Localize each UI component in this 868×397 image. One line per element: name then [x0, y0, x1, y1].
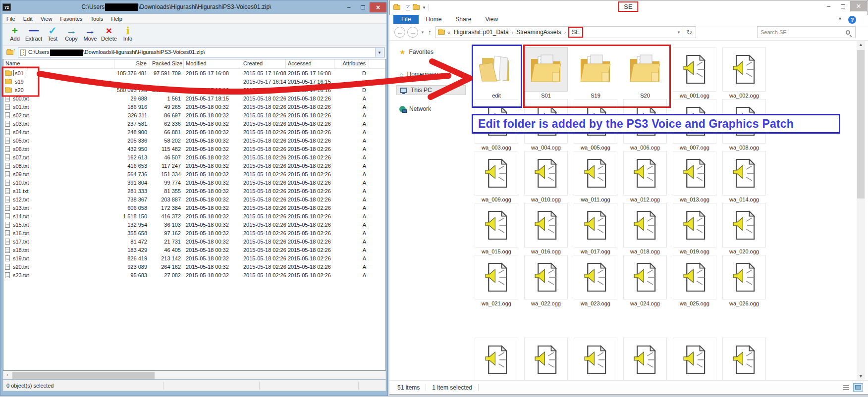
chevron-down-icon[interactable]: ▼ — [422, 5, 426, 10]
column-header-size[interactable]: Size — [114, 59, 150, 68]
file-tile-clipped[interactable] — [673, 338, 716, 380]
table-row[interactable]: s16.txt355 65897 1622015-05-18 00:322015… — [3, 229, 385, 237]
file-tile-wa_006.ogg[interactable]: wa_006.ogg — [623, 99, 667, 150]
file-tile-clipped[interactable] — [722, 338, 766, 380]
recent-locations-icon[interactable]: ▼ — [421, 30, 425, 35]
column-header-modified[interactable]: Modified — [184, 59, 241, 68]
file-tile-wa_004.ogg[interactable]: wa_004.ogg — [524, 99, 568, 150]
breadcrumb-item-se[interactable]: SE — [568, 27, 583, 38]
test-button[interactable]: ✓Test — [43, 25, 62, 45]
file-tile-wa_008.ogg[interactable]: wa_008.ogg — [722, 99, 766, 150]
file-tile-wa_015.ogg[interactable]: wa_015.ogg — [475, 203, 518, 254]
forward-button[interactable]: → — [407, 27, 418, 38]
table-row[interactable]: s05.txt205 33658 2022015-05-18 00:322015… — [3, 136, 385, 145]
menu-item-favorites[interactable]: Favorites — [56, 16, 86, 22]
file-tile-wa_024.ogg[interactable]: wa_024.ogg — [623, 255, 667, 306]
scrollbar-thumb[interactable] — [12, 372, 155, 379]
file-tile-wa_020.ogg[interactable]: wa_020.ogg — [722, 203, 766, 254]
chevron-down-icon[interactable]: ▼ — [375, 48, 383, 57]
file-tile-wa_022.ogg[interactable]: wa_022.ogg — [524, 255, 568, 306]
maximize-button[interactable] — [356, 2, 370, 12]
file-tile-wa_014.ogg[interactable]: wa_014.ogg — [722, 151, 766, 202]
file-tile-wa_017.ogg[interactable]: wa_017.ogg — [574, 203, 617, 254]
menu-item-help[interactable]: Help — [107, 16, 126, 22]
sidebar-item-homegroup[interactable]: ⌂Homegroup — [396, 69, 441, 79]
sidebar-item-network[interactable]: Network — [396, 104, 434, 114]
close-button[interactable]: ✕ — [850, 1, 867, 11]
extract-button[interactable]: −Extract — [24, 25, 43, 45]
delete-button[interactable]: ×Delete — [100, 25, 118, 45]
minimize-button[interactable]: – — [821, 1, 836, 11]
file-tile-wa_023.ogg[interactable]: wa_023.ogg — [574, 255, 617, 306]
table-row[interactable]: s06.txt432 950115 4822015-05-18 00:32201… — [3, 145, 385, 153]
tab-home[interactable]: Home — [419, 15, 448, 24]
folder-tile-S19[interactable]: S19 — [574, 47, 617, 99]
vertical-scrollbar[interactable]: ▲ ▼ — [857, 41, 865, 380]
table-row[interactable]: s03.txt237 58162 3362015-05-18 00:322015… — [3, 119, 385, 128]
table-row[interactable]: s10.txt391 80499 7742015-05-18 00:322015… — [3, 178, 385, 187]
file-tile-wa_002.ogg[interactable]: wa_002.ogg — [722, 47, 766, 99]
folder-tile-edit[interactable]: edit — [475, 47, 518, 99]
file-tile-wa_007.ogg[interactable]: wa_007.ogg — [673, 99, 716, 150]
menu-item-file[interactable]: File — [2, 16, 19, 22]
file-tile-clipped[interactable] — [475, 338, 518, 380]
file-tile-clipped[interactable] — [524, 338, 568, 380]
file-tile-wa_016.ogg[interactable]: wa_016.ogg — [524, 203, 568, 254]
maximize-button[interactable] — [836, 1, 850, 11]
breadcrumb-item-streamingassets[interactable]: StreamingAssets — [515, 29, 562, 36]
table-row[interactable]: s23.txt95 68327 0822015-05-18 00:322015-… — [3, 271, 385, 279]
up-folder-button[interactable]: ↑ — [4, 48, 16, 57]
file-tile-clipped[interactable] — [574, 338, 617, 380]
file-tile-wa_025.ogg[interactable]: wa_025.ogg — [673, 255, 716, 306]
column-header-created[interactable]: Created — [241, 59, 286, 68]
table-row[interactable]: s12.txt738 367203 8872015-05-18 00:32201… — [3, 195, 385, 203]
back-button[interactable]: ← — [394, 27, 405, 38]
refresh-icon[interactable]: ↻ — [683, 26, 696, 38]
folder-tile-S20[interactable]: S20 — [623, 47, 667, 99]
ribbon-collapse-icon[interactable]: ▼ — [838, 16, 842, 21]
sidebar-item-this-pc[interactable]: This PC — [396, 85, 466, 95]
menu-item-view[interactable]: View — [37, 16, 56, 22]
table-row[interactable]: s04.txt248 90066 8812015-05-18 00:322015… — [3, 128, 385, 136]
breadcrumb-collapse[interactable]: « — [447, 29, 450, 35]
breadcrumb[interactable]: « HigurashiEp01_Data›StreamingAssets›SE … — [435, 26, 683, 38]
table-row[interactable]: s09.txt564 736151 3342015-05-18 00:32201… — [3, 170, 385, 178]
file-tile-clipped[interactable] — [623, 338, 667, 380]
file-tile-wa_019.ogg[interactable]: wa_019.ogg — [673, 203, 716, 254]
table-row[interactable]: s08.txt416 653117 2472015-05-18 00:32201… — [3, 161, 385, 170]
table-row[interactable]: s01.txt186 91649 2652015-05-18 00:322015… — [3, 102, 385, 111]
file-tile-wa_021.ogg[interactable]: wa_021.ogg — [475, 255, 518, 306]
help-icon[interactable]: ? — [848, 16, 856, 24]
file-tile-wa_010.ogg[interactable]: wa_010.ogg — [524, 151, 568, 202]
path-combobox[interactable]: C:\Users\Downloads\Higurashi\HigurashiPS… — [18, 48, 385, 57]
table-row[interactable]: s15.txt132 95436 1032015-05-18 00:322015… — [3, 220, 385, 229]
search-input[interactable] — [758, 29, 846, 35]
table-row[interactable]: s02.txt326 31186 6972015-05-18 00:322015… — [3, 111, 385, 119]
tab-file[interactable]: File — [393, 15, 419, 24]
scrollbar-thumb[interactable] — [857, 50, 865, 198]
sevenzip-titlebar[interactable]: 7z C:\Users\Downloads\Higurashi\Higurash… — [0, 0, 388, 14]
table-row[interactable]: s00.txt29 6881 5612015-05-17 18:152015-0… — [3, 94, 385, 102]
scroll-up-icon[interactable]: ▲ — [857, 42, 865, 47]
table-row[interactable]: s17.txt81 47221 7312015-05-18 00:322015-… — [3, 237, 385, 246]
scroll-left-icon[interactable]: ‹ — [3, 372, 11, 378]
address-dropdown-icon[interactable]: ▼ — [677, 30, 681, 35]
column-header-attributes[interactable]: Attributes — [334, 59, 369, 68]
sidebar-item-favorites[interactable]: ★Favorites — [396, 47, 436, 57]
explorer-titlebar[interactable]: ▼ SE – ✕ — [389, 0, 868, 15]
new-folder-icon[interactable] — [406, 5, 410, 10]
details-view-icon[interactable] — [841, 383, 851, 392]
copy-button[interactable]: →Copy — [62, 25, 81, 45]
table-row[interactable]: s20.txt923 089264 1622015-05-18 00:32201… — [3, 262, 385, 271]
table-row[interactable]: s14.txt1 518 150416 3722015-05-18 00:322… — [3, 212, 385, 220]
table-row[interactable]: s11.txt281 33381 3552015-05-18 00:322015… — [3, 187, 385, 195]
table-row[interactable]: s18.txt183 42946 4052015-05-18 00:322015… — [3, 246, 385, 254]
info-button[interactable]: iInfo — [118, 25, 137, 45]
minimize-button[interactable]: – — [342, 2, 356, 12]
tab-share[interactable]: Share — [448, 15, 478, 24]
file-tile-wa_013.ogg[interactable]: wa_013.ogg — [673, 151, 716, 202]
thumbnail-view-icon[interactable] — [853, 383, 863, 392]
folder-tile-S01[interactable]: S01 — [524, 47, 568, 99]
menu-item-edit[interactable]: Edit — [19, 16, 37, 22]
column-header-packed-size[interactable]: Packed Size — [150, 59, 184, 68]
